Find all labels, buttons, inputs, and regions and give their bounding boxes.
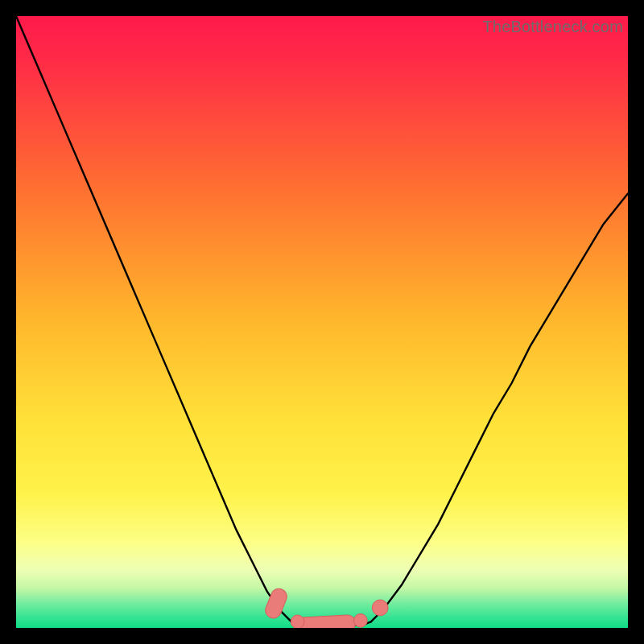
- bottleneck-chart: [16, 16, 628, 628]
- chart-frame: TheBottleneck.com: [16, 16, 628, 628]
- marker-dot: [372, 600, 388, 616]
- marker-dot: [291, 615, 304, 628]
- marker-dot: [354, 614, 368, 628]
- watermark-text: TheBottleneck.com: [482, 18, 623, 36]
- gradient-background: [16, 16, 628, 628]
